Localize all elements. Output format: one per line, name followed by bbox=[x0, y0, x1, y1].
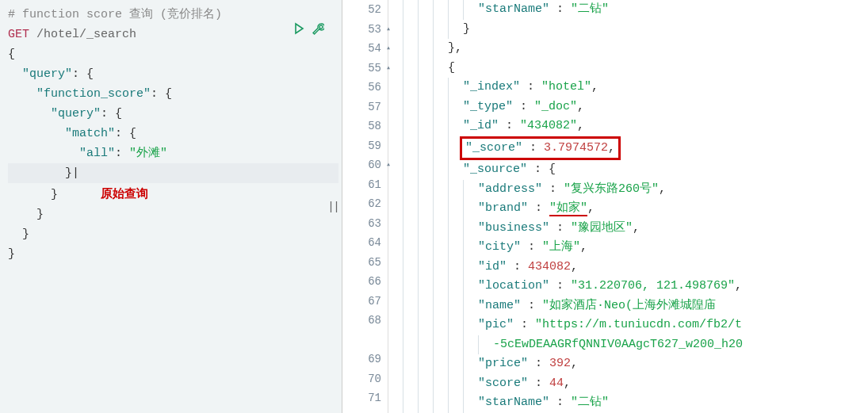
code-line: "_score" : 3.7974572, bbox=[403, 136, 868, 161]
line-number: 58 bbox=[342, 117, 381, 136]
line-number: 72 bbox=[342, 408, 381, 414]
fold-marker-icon[interactable]: ▴ bbox=[386, 39, 391, 59]
line-number: 53▴ bbox=[342, 20, 381, 40]
code-line: "brand" : "如家", bbox=[403, 199, 868, 219]
code-line: } bbox=[403, 20, 868, 40]
code-line: "price" : 392, bbox=[403, 354, 868, 374]
code-line: { bbox=[403, 59, 868, 78]
highlighted-score-box: "_score" : 3.7974572, bbox=[460, 136, 621, 161]
line-number: 71 bbox=[342, 388, 381, 408]
response-viewer-pane: 5253▴54▴55▴5657585960▴6162636465666768 6… bbox=[342, 0, 868, 413]
code-line: -5cEwDEAAGRfQNNIV0AAgcT627_w200_h20 bbox=[403, 335, 868, 355]
code-line: "address" : "复兴东路260号", bbox=[403, 180, 868, 200]
code-line: "score" : 44, bbox=[403, 374, 868, 394]
request-code[interactable]: # function score 查询 (竞价排名) GET /hotel/_s… bbox=[3, 5, 338, 264]
line-number: 62 bbox=[342, 194, 381, 214]
line-number: 59 bbox=[342, 136, 381, 156]
highlighted-value: "如家" bbox=[549, 201, 587, 216]
line-number bbox=[342, 331, 381, 350]
code-line: "id" : 434082, bbox=[403, 258, 868, 277]
request-editor-pane[interactable]: # function score 查询 (竞价排名) GET /hotel/_s… bbox=[0, 0, 342, 413]
code-comment: # function score 查询 (竞价排名) bbox=[8, 8, 222, 21]
line-number-gutter: 5253▴54▴55▴5657585960▴6162636465666768 6… bbox=[342, 0, 388, 413]
line-number: 66 bbox=[342, 272, 381, 292]
http-method: GET bbox=[8, 28, 29, 41]
code-line: "_index" : "hotel", bbox=[403, 78, 868, 98]
line-number: 60▴ bbox=[342, 155, 381, 175]
line-number: 69 bbox=[342, 350, 381, 369]
line-number: 68 bbox=[342, 311, 381, 331]
code-line: "business" : "豫园地区", bbox=[403, 219, 868, 239]
fold-marker-icon[interactable]: ▴ bbox=[386, 59, 391, 78]
fold-marker-icon[interactable]: ▴ bbox=[386, 20, 391, 40]
code-line: "city" : "上海", bbox=[403, 238, 868, 258]
line-number: 70 bbox=[342, 369, 381, 389]
run-icon[interactable] bbox=[293, 22, 305, 39]
code-line: "pic" : "https://m.tuniucdn.com/fb2/t bbox=[403, 315, 868, 335]
code-line: "starName" : "二钻" bbox=[403, 393, 868, 413]
line-number: 57 bbox=[342, 98, 381, 117]
response-json[interactable]: "starName" : "二钻"}},{"_index" : "hotel",… bbox=[388, 0, 868, 413]
line-number: 65 bbox=[342, 253, 381, 273]
code-line: "_source" : { bbox=[403, 160, 868, 180]
annotation-label: 原始查询 bbox=[101, 186, 148, 200]
code-line: "name" : "如家酒店·Neo(上海外滩城隍庙 bbox=[403, 296, 868, 316]
pane-divider-handle[interactable]: || bbox=[324, 200, 342, 213]
request-path: /hotel/_search bbox=[36, 28, 136, 41]
line-number: 56 bbox=[342, 78, 381, 98]
line-number: 55▴ bbox=[342, 59, 381, 78]
line-number: 52 bbox=[342, 0, 381, 20]
wrench-icon[interactable] bbox=[312, 22, 324, 39]
line-number: 61 bbox=[342, 175, 381, 195]
line-number: 54▴ bbox=[342, 39, 381, 59]
code-line: }, bbox=[403, 39, 868, 59]
code-line: "_type" : "_doc", bbox=[403, 98, 868, 117]
fold-marker-icon[interactable]: ▴ bbox=[386, 155, 391, 175]
line-number: 63 bbox=[342, 214, 381, 234]
code-line: "location" : "31.220706, 121.498769", bbox=[403, 277, 868, 296]
line-number: 67 bbox=[342, 292, 381, 312]
code-line: "_id" : "434082", bbox=[403, 117, 868, 136]
line-number: 64 bbox=[342, 233, 381, 253]
code-line: "starName" : "二钻" bbox=[403, 0, 868, 20]
editor-action-icons bbox=[293, 22, 324, 39]
